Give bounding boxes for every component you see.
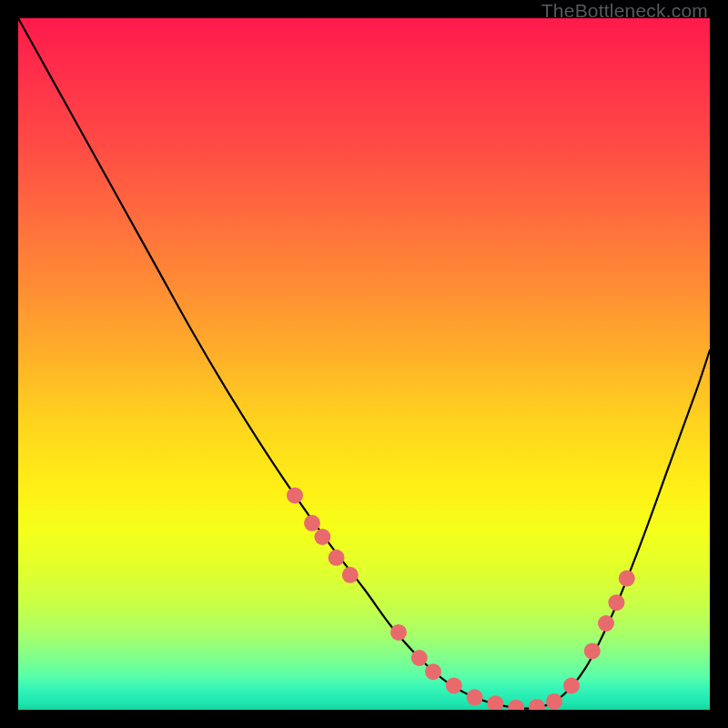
plot-area (18, 18, 710, 710)
marker-dot (608, 594, 624, 611)
marker-dot (425, 663, 441, 680)
marker-dot (411, 650, 428, 666)
marker-dot (287, 487, 303, 503)
marker-dot (584, 642, 601, 659)
marker-dot (598, 615, 614, 632)
marker-dot (446, 677, 462, 693)
marker-dot (304, 515, 320, 531)
marker-dot (390, 624, 407, 641)
marker-dot (529, 699, 545, 710)
chart-frame: TheBottleneck.com (0, 0, 728, 728)
highlight-markers (287, 487, 635, 710)
chart-svg (18, 18, 710, 710)
marker-dot (619, 571, 635, 587)
marker-dot (487, 695, 503, 710)
marker-dot (329, 550, 345, 566)
marker-dot (546, 693, 562, 710)
marker-dot (467, 689, 483, 705)
bottleneck-curve (18, 18, 710, 709)
marker-dot (508, 700, 524, 710)
marker-dot (342, 567, 359, 583)
marker-dot (314, 529, 330, 545)
marker-dot (563, 677, 580, 693)
